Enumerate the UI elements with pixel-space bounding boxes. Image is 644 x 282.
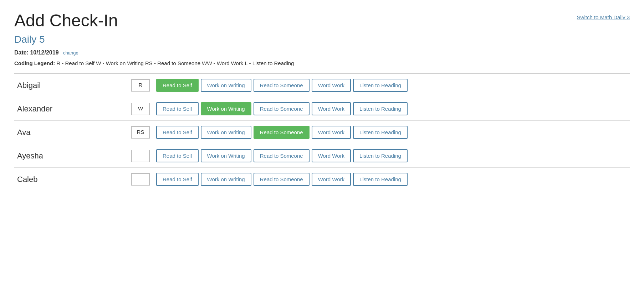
activity-code: W: [131, 103, 150, 115]
activity-button[interactable]: Word Work: [312, 102, 351, 115]
activity-buttons-group: Read to SelfWork on WritingRead to Someo…: [156, 173, 627, 186]
student-table: AbigailRRead to SelfWork on WritingRead …: [14, 74, 630, 191]
page-title: Add Check-In: [14, 11, 118, 30]
activity-button[interactable]: Word Work: [312, 173, 351, 186]
student-name: Caleb: [14, 168, 128, 191]
activity-code: [131, 150, 150, 162]
activity-code: R: [131, 79, 150, 92]
table-row: AvaRSRead to SelfWork on WritingRead to …: [14, 121, 630, 144]
activity-button[interactable]: Read to Someone: [254, 173, 310, 186]
activity-code: [131, 173, 150, 186]
table-row: CalebRead to SelfWork on WritingRead to …: [14, 168, 630, 191]
activity-button[interactable]: Work on Writing: [201, 149, 251, 162]
activity-button[interactable]: Read to Someone: [254, 149, 310, 162]
change-date-link[interactable]: change: [63, 50, 78, 56]
activity-button[interactable]: Read to Self: [156, 173, 199, 186]
activity-button[interactable]: Read to Self: [156, 149, 199, 162]
activity-button[interactable]: Read to Self: [156, 79, 199, 92]
legend: Coding Legend: R - Read to Self W - Work…: [14, 60, 630, 66]
student-name: Ava: [14, 121, 128, 144]
activity-button[interactable]: Work on Writing: [201, 126, 251, 139]
section-title: Daily 5: [14, 34, 630, 45]
activity-buttons-group: Read to SelfWork on WritingRead to Someo…: [156, 126, 627, 139]
activity-button[interactable]: Word Work: [312, 126, 351, 139]
activity-button[interactable]: Read to Someone: [254, 126, 310, 139]
table-row: AbigailRRead to SelfWork on WritingRead …: [14, 74, 630, 97]
activity-button[interactable]: Read to Someone: [254, 102, 310, 115]
table-row: AyeshaRead to SelfWork on WritingRead to…: [14, 144, 630, 168]
activity-button[interactable]: Listen to Reading: [353, 173, 408, 186]
activity-buttons-group: Read to SelfWork on WritingRead to Someo…: [156, 149, 627, 162]
date-line: Date: 10/12/2019 change: [14, 49, 630, 56]
activity-button[interactable]: Listen to Reading: [353, 126, 408, 139]
activity-buttons-group: Read to SelfWork on WritingRead to Someo…: [156, 102, 627, 115]
activity-buttons-group: Read to SelfWork on WritingRead to Someo…: [156, 79, 627, 92]
table-row: AlexanderWRead to SelfWork on WritingRea…: [14, 97, 630, 121]
activity-button[interactable]: Work on Writing: [201, 173, 251, 186]
activity-button[interactable]: Word Work: [312, 149, 351, 162]
activity-button[interactable]: Word Work: [312, 79, 351, 92]
activity-button[interactable]: Listen to Reading: [353, 149, 408, 162]
student-name: Ayesha: [14, 144, 128, 168]
activity-button[interactable]: Listen to Reading: [353, 102, 408, 115]
activity-code: RS: [131, 126, 150, 139]
switch-link[interactable]: Switch to Math Daily 3: [577, 14, 630, 20]
activity-button[interactable]: Listen to Reading: [353, 79, 408, 92]
activity-button[interactable]: Read to Self: [156, 102, 199, 115]
activity-button[interactable]: Work on Writing: [201, 102, 251, 115]
activity-button[interactable]: Read to Self: [156, 126, 199, 139]
activity-button[interactable]: Read to Someone: [254, 79, 310, 92]
student-name: Alexander: [14, 97, 128, 121]
student-name: Abigail: [14, 74, 128, 97]
activity-button[interactable]: Work on Writing: [201, 79, 251, 92]
